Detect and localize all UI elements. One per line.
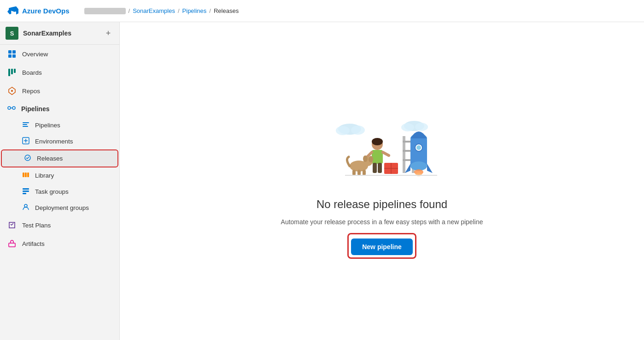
environments-icon <box>22 137 29 146</box>
svg-rect-18 <box>23 188 29 190</box>
task-groups-icon <box>22 187 29 196</box>
sidebar-task-groups-label: Task groups <box>35 188 69 195</box>
topbar: Azure DevOps / SonarExamples / Pipelines… <box>0 0 644 22</box>
svg-point-27 <box>401 123 414 131</box>
sidebar-environments-label: Environments <box>35 138 73 145</box>
svg-rect-2 <box>8 54 12 58</box>
svg-rect-22 <box>9 243 15 247</box>
svg-rect-17 <box>27 173 29 177</box>
sidebar-deployment-groups-label: Deployment groups <box>35 204 89 211</box>
deployment-groups-icon <box>22 203 29 212</box>
svg-rect-6 <box>14 69 16 73</box>
overview-icon <box>7 49 17 59</box>
sidebar: S SonarExamples + Overview <box>0 22 120 340</box>
sidebar-item-repos[interactable]: Repos <box>0 82 119 100</box>
main-layout: S SonarExamples + Overview <box>0 22 644 340</box>
empty-state-description: Automate your release process in a few e… <box>281 218 483 226</box>
content-area: No release pipelines found Automate your… <box>120 22 644 340</box>
svg-rect-53 <box>357 170 361 175</box>
sidebar-boards-label: Boards <box>22 69 42 76</box>
sidebar-repos-label: Repos <box>22 88 40 95</box>
project-header: S SonarExamples + <box>0 22 119 45</box>
svg-point-38 <box>416 145 421 150</box>
svg-point-25 <box>351 125 365 135</box>
breadcrumb-project[interactable]: SonarExamples <box>133 7 175 14</box>
breadcrumb: / SonarExamples / Pipelines / Releases <box>84 7 239 14</box>
svg-point-24 <box>336 126 350 135</box>
sidebar-item-boards[interactable]: Boards <box>0 63 119 82</box>
sidebar-artifacts-label: Artifacts <box>22 240 45 247</box>
project-name: SonarExamples <box>23 30 98 37</box>
breadcrumb-org <box>84 8 126 14</box>
add-project-button[interactable]: + <box>103 28 114 39</box>
sidebar-test-plans-label: Test Plans <box>22 222 51 229</box>
releases-icon <box>24 154 31 163</box>
svg-point-21 <box>24 204 27 207</box>
svg-rect-46 <box>373 163 377 173</box>
new-pipeline-btn-highlight: New pipeline <box>347 233 416 259</box>
svg-point-50 <box>369 156 373 162</box>
sidebar-item-overview[interactable]: Overview <box>0 45 119 63</box>
sidebar-item-deployment-groups[interactable]: Deployment groups <box>0 200 119 216</box>
svg-point-28 <box>415 123 428 131</box>
svg-rect-16 <box>25 173 27 177</box>
sidebar-pipelines-section-label: Pipelines <box>21 105 49 113</box>
svg-line-45 <box>383 152 389 155</box>
boards-icon <box>7 68 17 77</box>
svg-point-51 <box>363 155 368 162</box>
library-icon <box>22 171 29 180</box>
artifacts-icon <box>7 239 17 248</box>
breadcrumb-sep1: / <box>129 7 130 14</box>
sidebar-item-test-plans[interactable]: Test Plans <box>0 216 119 234</box>
sidebar-item-task-groups[interactable]: Task groups <box>0 184 119 200</box>
sidebar-item-library[interactable]: Library <box>0 167 119 184</box>
svg-rect-13 <box>23 126 28 127</box>
svg-rect-54 <box>363 170 366 175</box>
azure-devops-logo[interactable]: Azure DevOps <box>7 6 70 17</box>
svg-point-42 <box>372 138 383 145</box>
svg-rect-47 <box>378 163 382 173</box>
sidebar-releases-wrapper: Releases <box>2 150 117 167</box>
svg-rect-19 <box>23 191 29 192</box>
svg-rect-1 <box>12 50 16 54</box>
breadcrumb-sep2: / <box>178 7 180 14</box>
svg-point-8 <box>8 107 11 109</box>
breadcrumb-page: Releases <box>214 7 239 14</box>
svg-rect-43 <box>372 150 383 164</box>
sidebar-item-artifacts[interactable]: Artifacts <box>0 234 119 253</box>
pipelines-header-icon <box>7 104 16 113</box>
svg-rect-3 <box>12 54 16 58</box>
svg-rect-11 <box>23 122 29 123</box>
empty-state-title: No release pipelines found <box>316 198 447 211</box>
svg-point-7 <box>11 90 13 92</box>
empty-state-illustration <box>317 104 446 187</box>
breadcrumb-section[interactable]: Pipelines <box>182 7 207 14</box>
logo-text: Azure DevOps <box>22 7 70 15</box>
sidebar-overview-label: Overview <box>22 51 48 58</box>
svg-rect-5 <box>11 69 13 74</box>
svg-point-10 <box>12 107 15 109</box>
sidebar-item-releases[interactable]: Releases <box>2 150 117 167</box>
svg-rect-0 <box>8 50 12 54</box>
sidebar-pipelines-label: Pipelines <box>35 122 60 129</box>
sidebar-releases-label: Releases <box>37 155 63 162</box>
new-pipeline-button[interactable]: New pipeline <box>351 239 413 255</box>
sidebar-item-environments[interactable]: Environments <box>0 133 119 149</box>
sidebar-item-pipelines[interactable]: Pipelines <box>0 117 119 133</box>
project-avatar: S <box>6 27 18 40</box>
svg-rect-12 <box>23 124 27 125</box>
svg-rect-52 <box>352 170 356 175</box>
pipelines-sub-icon <box>22 121 29 130</box>
svg-rect-20 <box>23 193 26 194</box>
empty-state: No release pipelines found Automate your… <box>281 104 483 259</box>
svg-rect-15 <box>23 173 24 177</box>
breadcrumb-sep3: / <box>209 7 211 14</box>
sidebar-library-label: Library <box>35 172 54 179</box>
svg-rect-4 <box>8 69 10 76</box>
repos-icon <box>7 86 17 95</box>
test-plans-icon <box>7 221 17 230</box>
sidebar-item-pipelines-header[interactable]: Pipelines <box>0 100 119 117</box>
